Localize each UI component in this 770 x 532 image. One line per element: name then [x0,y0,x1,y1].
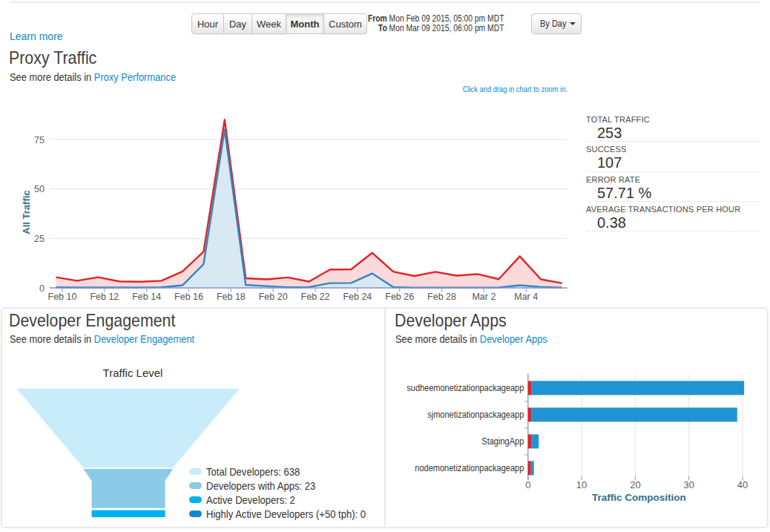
range-button-hour[interactable]: Hour [191,13,224,34]
y-axis-title: All Traffic [21,190,32,234]
interval-dropdown-button[interactable]: By Day [531,13,582,34]
x-axis-tick-label: Feb 22 [301,292,330,302]
legend-row: Active Developers: 2 [189,493,384,507]
legend-label: Highly Active Developers (+50 tph): 0 [206,508,366,520]
y-axis-tick-label: 0 [39,283,45,294]
legend-label: Total Developers: 638 [206,466,300,478]
stat-row: SUCCESS107 [586,142,760,171]
legend-row: Developers with Apps: 23 [189,479,384,493]
proxy-performance-link[interactable]: Proxy Performance [94,71,176,83]
funnel-segment-total-developers[interactable] [17,389,240,468]
range-button-week[interactable]: Week [252,13,286,34]
x-axis-tick-label: 10 [576,479,587,490]
series-line-traffic [56,119,562,283]
bar-segment-error[interactable] [528,461,531,475]
range-button-month[interactable]: Month [286,13,324,34]
series-area-traffic [56,119,562,288]
date-range-to: To Mon Mar 09 2015, 06:00 pm MDT [367,24,504,33]
legend-row: Total Developers: 638 [189,464,384,479]
stat-value: 253 [586,124,760,141]
developer-apps-chart[interactable]: sudheemonetizationpackageappsjmonetizati… [385,307,769,528]
time-range-button-group: HourDayWeekMonthCustom [191,13,367,34]
legend-swatch [189,468,202,475]
proxy-traffic-subtitle: See more details in Proxy Performance [10,71,176,83]
series-line-success [56,130,562,288]
stat-label: ERROR RATE [586,175,760,184]
proxy-traffic-subtitle-text: See more details in [10,71,94,83]
x-axis-tick-label: Mar 2 [472,292,496,302]
x-axis-tick-label: Feb 24 [343,292,372,302]
y-axis-tick-label: 25 [34,234,45,244]
x-axis-tick-label: 30 [683,479,694,490]
bar-segment-success[interactable] [531,381,744,395]
x-axis-tick-label: 40 [737,479,748,490]
x-axis-tick-label: Feb 16 [174,292,203,302]
x-axis-tick-label: Feb 12 [90,292,119,302]
y-axis-tick-label: 75 [34,135,45,145]
x-axis-tick-label: Feb 20 [259,292,288,302]
legend-swatch [189,482,202,489]
range-button-day[interactable]: Day [224,13,252,34]
interval-dropdown-label: By Day [540,19,566,29]
funnel-segment-active-developers[interactable] [92,510,165,518]
x-axis-tick-label: Feb 28 [427,292,456,302]
x-axis-tick-label: Feb 26 [385,292,414,302]
legend-label: Active Developers: 2 [206,494,295,506]
legend-swatch [189,496,202,503]
funnel-segment-developers-with-apps[interactable] [84,469,174,508]
stat-value: 0.38 [586,214,760,231]
bar-segment-success[interactable] [531,407,737,421]
stat-value: 57.71 % [586,184,760,201]
x-axis-tick-label: 0 [525,479,530,490]
range-button-custom[interactable]: Custom [324,13,367,34]
learn-more-link[interactable]: Learn more [10,30,63,42]
bar-segment-success[interactable] [531,434,539,448]
stat-label: SUCCESS [586,145,760,154]
bar-category-label: sjmonetizationpackageapp [427,410,524,420]
stat-label: AVERAGE TRANSACTIONS PER HOUR [586,205,760,214]
caret-down-icon [570,22,576,25]
date-range-from-label: From [367,13,386,24]
date-range-to-value: Mon Mar 09 2015, 06:00 pm MDT [386,23,504,33]
x-axis-tick-label: Feb 10 [48,292,77,302]
bar-category-label: StagingApp [481,436,524,447]
legend-label: Developers with Apps: 23 [206,480,315,492]
bar-category-label: sudheemonetizationpackageapp [407,383,524,393]
date-range-to-label: To [378,23,386,33]
bar-segment-success[interactable] [531,461,534,475]
bar-segment-error[interactable] [528,407,531,421]
stat-row: ERROR RATE57.71 % [586,172,760,202]
bar-segment-error[interactable] [528,381,531,395]
series-area-success [56,130,562,288]
date-range-text: From Mon Feb 09 2015, 05:00 pm MDT To Mo… [367,14,504,33]
bar-category-label: nodemonetizationpackageapp [415,463,524,473]
legend-swatch [189,510,202,517]
bar-segment-error[interactable] [528,434,531,448]
proxy-traffic-title: Proxy Traffic [9,47,96,68]
x-axis-title: Traffic Composition [592,492,686,503]
y-axis-tick-label: 50 [34,184,45,194]
x-axis-tick-label: Feb 18 [217,292,246,302]
x-axis-tick-label: Feb 14 [132,292,161,302]
stat-row: AVERAGE TRANSACTIONS PER HOUR0.38 [586,202,760,231]
proxy-traffic-stats: TOTAL TRAFFIC253SUCCESS107ERROR RATE57.7… [586,112,760,231]
date-range-from-value: Mon Feb 09 2015, 05:00 pm MDT [386,13,504,24]
chart-zoom-hint: Click and drag in chart to zoom in. [378,85,567,93]
proxy-traffic-chart[interactable]: 0255075All TrafficFeb 10Feb 12Feb 14Feb … [0,96,586,303]
legend-row: Highly Active Developers (+50 tph): 0 [189,507,384,521]
x-axis-tick-label: Mar 4 [514,292,538,302]
stat-value: 107 [586,154,760,171]
funnel-legend: Total Developers: 638Developers with App… [189,464,384,521]
top-divider [10,1,760,3]
x-axis-tick-label: 20 [630,479,640,490]
stat-row: TOTAL TRAFFIC253 [586,112,760,142]
stat-label: TOTAL TRAFFIC [586,115,760,124]
